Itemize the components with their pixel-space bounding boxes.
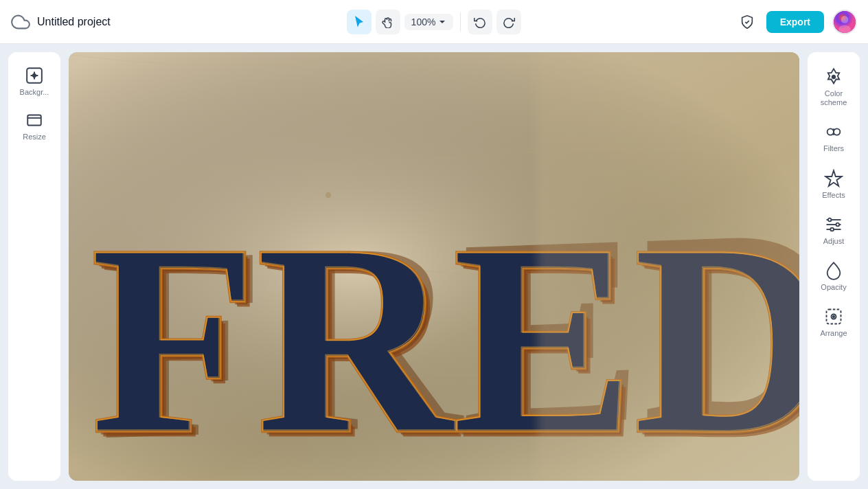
canvas-area[interactable]: FRED FRED FRED FRED FRED FRED FRED [69, 52, 799, 481]
background-icon [25, 66, 44, 85]
svg-point-4 [33, 74, 36, 77]
adjust-tool[interactable]: Adjust [812, 208, 856, 253]
arrange-tool[interactable]: Arrange [812, 300, 856, 345]
resize-tool-label: Resize [23, 133, 46, 141]
redo-button[interactable] [496, 10, 521, 34]
avatar[interactable] [832, 10, 857, 34]
svg-point-24 [836, 223, 840, 226]
arrange-label: Arrange [820, 329, 847, 338]
canvas-image: FRED FRED FRED FRED FRED FRED FRED [69, 52, 799, 481]
color-scheme-label: Color scheme [816, 89, 852, 107]
adjust-icon [824, 215, 843, 234]
main-area: Backgr... Resize [0, 44, 868, 489]
topbar: Untitled project 100% [0, 0, 868, 44]
adjust-label: Adjust [823, 237, 845, 246]
cloud-icon [11, 12, 30, 32]
svg-point-19 [834, 129, 840, 135]
resize-tool[interactable]: Resize [14, 105, 55, 147]
right-sidebar: Color scheme Filters Effects [808, 52, 860, 481]
topbar-left: Untitled project [11, 12, 339, 32]
svg-point-23 [828, 218, 832, 221]
background-tool[interactable]: Backgr... [14, 60, 55, 102]
effects-label: Effects [822, 191, 845, 200]
svg-rect-16 [538, 52, 799, 481]
topbar-divider [460, 12, 461, 32]
svg-rect-5 [27, 115, 41, 126]
opacity-icon [824, 261, 843, 280]
zoom-level: 100% [411, 16, 436, 27]
filters-label: Filters [823, 144, 844, 153]
effects-icon [824, 169, 843, 188]
background-tool-label: Backgr... [20, 88, 49, 97]
svg-point-2 [838, 25, 851, 33]
svg-point-17 [832, 76, 836, 79]
svg-point-28 [833, 316, 834, 317]
color-scheme-tool[interactable]: Color scheme [812, 60, 856, 114]
topbar-right: Export [529, 10, 857, 34]
filters-icon [824, 122, 843, 141]
hand-tool-button[interactable] [376, 10, 400, 34]
opacity-tool[interactable]: Opacity [812, 254, 856, 299]
svg-point-25 [830, 227, 834, 231]
resize-icon [25, 111, 44, 130]
export-button[interactable]: Export [766, 11, 824, 33]
arrange-icon [824, 307, 843, 326]
wall-svg: FRED FRED FRED FRED FRED FRED FRED [69, 52, 799, 481]
shield-button[interactable] [736, 11, 758, 33]
opacity-label: Opacity [821, 283, 846, 292]
zoom-control[interactable]: 100% [404, 14, 454, 30]
project-title: Untitled project [37, 16, 111, 28]
palette-icon [824, 67, 843, 87]
left-sidebar: Backgr... Resize [8, 52, 60, 481]
select-tool-button[interactable] [347, 10, 372, 34]
filters-tool[interactable]: Filters [812, 115, 856, 160]
topbar-center: 100% [347, 10, 522, 34]
effects-tool[interactable]: Effects [812, 162, 856, 207]
svg-point-1 [841, 16, 849, 23]
undo-button[interactable] [468, 10, 492, 34]
svg-point-18 [827, 129, 834, 135]
